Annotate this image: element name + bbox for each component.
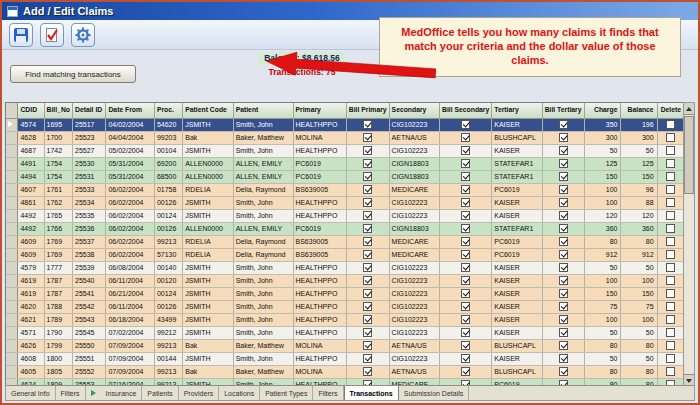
row-selector[interactable]: [6, 157, 18, 170]
column-header-cdid[interactable]: CDID: [18, 103, 44, 118]
tab-insurance[interactable]: Insurance: [101, 386, 143, 400]
row-selector[interactable]: [6, 352, 18, 365]
bill-tertiary-checkbox[interactable]: [559, 198, 568, 207]
table-row[interactable]: 462817002552304/04/200499203BakBaker, Ma…: [6, 131, 685, 144]
tab-patient-types[interactable]: Patient Types: [260, 386, 313, 400]
table-row[interactable]: 460917692553706/02/200499213RDELIADelia,…: [6, 235, 685, 248]
bill-tertiary-checkbox[interactable]: [559, 159, 568, 168]
delete-checkbox[interactable]: [666, 224, 675, 233]
row-selector[interactable]: [6, 196, 18, 209]
delete-checkbox[interactable]: [666, 315, 675, 324]
column-header-date-from[interactable]: Date From: [106, 103, 154, 118]
bill-primary-checkbox[interactable]: [363, 185, 372, 194]
bill-primary-checkbox[interactable]: [363, 302, 372, 311]
bill-secondary-checkbox[interactable]: [461, 354, 470, 363]
table-row[interactable]: 449217652553506/02/200400124JSMITHSmith,…: [6, 209, 685, 222]
bill-secondary-checkbox[interactable]: [461, 367, 470, 376]
delete-checkbox[interactable]: [666, 367, 675, 376]
bill-tertiary-checkbox[interactable]: [559, 224, 568, 233]
table-row[interactable]: 460917692553806/02/200457130RDELIADelia,…: [6, 248, 685, 261]
validate-button[interactable]: [40, 23, 64, 47]
bill-primary-checkbox[interactable]: [363, 250, 372, 259]
delete-checkbox[interactable]: [666, 263, 675, 272]
table-row[interactable]: 457117902554507/02/200499212JSMITHSmith,…: [6, 326, 685, 339]
table-row[interactable]: 460518052555207/09/200499213BakBaker, Ma…: [6, 365, 685, 378]
column-header-secondary[interactable]: Secondary: [389, 103, 439, 118]
bill-secondary-checkbox[interactable]: [461, 146, 470, 155]
table-row[interactable]: 449217662553606/02/200400126ALLEN0000ALL…: [6, 222, 685, 235]
table-row[interactable]: 461917872554006/11/200400120JSMITHSmith,…: [6, 274, 685, 287]
column-header-proc[interactable]: Proc.: [154, 103, 182, 118]
tab-general-info[interactable]: General Info: [6, 386, 56, 400]
row-selector[interactable]: [6, 222, 18, 235]
scrollbar-thumb[interactable]: [684, 116, 694, 194]
column-header-charge[interactable]: Charge: [584, 103, 621, 118]
row-selector[interactable]: [6, 235, 18, 248]
delete-checkbox[interactable]: [666, 289, 675, 298]
row-selector[interactable]: [6, 118, 18, 131]
row-selector[interactable]: [6, 300, 18, 313]
bill-secondary-checkbox[interactable]: [461, 172, 470, 181]
row-selector[interactable]: [6, 209, 18, 222]
bill-primary-checkbox[interactable]: [363, 120, 372, 129]
bill-tertiary-checkbox[interactable]: [559, 146, 568, 155]
bill-tertiary-checkbox[interactable]: [559, 367, 568, 376]
column-header-balance[interactable]: Balance: [621, 103, 657, 118]
delete-checkbox[interactable]: [666, 250, 675, 259]
save-button[interactable]: [9, 23, 33, 47]
bill-primary-checkbox[interactable]: [363, 198, 372, 207]
bill-tertiary-checkbox[interactable]: [559, 315, 568, 324]
table-row[interactable]: 486117622553406/02/200400126JSMITHSmith,…: [6, 196, 685, 209]
bill-primary-checkbox[interactable]: [363, 328, 372, 337]
column-header-patient-code[interactable]: Patient Code: [183, 103, 233, 118]
bill-secondary-checkbox[interactable]: [461, 289, 470, 298]
bill-secondary-checkbox[interactable]: [461, 263, 470, 272]
bill-secondary-checkbox[interactable]: [461, 198, 470, 207]
bill-secondary-checkbox[interactable]: [461, 211, 470, 220]
table-row[interactable]: 462017882554206/11/200400126JSMITHSmith,…: [6, 300, 685, 313]
bill-primary-checkbox[interactable]: [363, 315, 372, 324]
delete-checkbox[interactable]: [666, 276, 675, 285]
bill-primary-checkbox[interactable]: [363, 159, 372, 168]
bill-secondary-checkbox[interactable]: [461, 276, 470, 285]
tab-providers[interactable]: Providers: [179, 386, 220, 400]
delete-checkbox[interactable]: [666, 159, 675, 168]
row-selector[interactable]: [6, 170, 18, 183]
bill-primary-checkbox[interactable]: [363, 263, 372, 272]
row-selector[interactable]: [6, 261, 18, 274]
settings-button[interactable]: [71, 23, 95, 47]
column-header-primary[interactable]: Primary: [293, 103, 346, 118]
delete-checkbox[interactable]: [666, 172, 675, 181]
row-selector[interactable]: [6, 287, 18, 300]
table-row[interactable]: 462617992555007/09/200499213BakBaker, Ma…: [6, 339, 685, 352]
bill-secondary-checkbox[interactable]: [461, 250, 470, 259]
bill-primary-checkbox[interactable]: [363, 211, 372, 220]
row-selector[interactable]: [6, 183, 18, 196]
row-selector[interactable]: [6, 339, 18, 352]
table-row[interactable]: 457917772553906/08/200400140JSMITHSmith,…: [6, 261, 685, 274]
row-selector[interactable]: [6, 326, 18, 339]
bill-tertiary-checkbox[interactable]: [559, 172, 568, 181]
bill-secondary-checkbox[interactable]: [461, 224, 470, 233]
tab-patients[interactable]: Patients: [142, 386, 178, 400]
table-row[interactable]: 461917872554106/21/200400124JSMITHSmith,…: [6, 287, 685, 300]
table-row[interactable]: 468717422552705/02/200400104JSMITHSmith,…: [6, 144, 685, 157]
table-row[interactable]: 449417542553105/31/200468500ALLEN0000ALL…: [6, 170, 685, 183]
bill-primary-checkbox[interactable]: [363, 354, 372, 363]
tab-filters[interactable]: Filters: [313, 386, 343, 400]
table-row[interactable]: 449117542553005/31/200469200ALLEN0000ALL…: [6, 157, 685, 170]
bill-tertiary-checkbox[interactable]: [559, 250, 568, 259]
delete-checkbox[interactable]: [666, 146, 675, 155]
table-row[interactable]: 462117892554306/18/200443499JSMITHSmith,…: [6, 313, 685, 326]
bill-secondary-checkbox[interactable]: [461, 328, 470, 337]
bill-tertiary-checkbox[interactable]: [559, 263, 568, 272]
bill-primary-checkbox[interactable]: [363, 367, 372, 376]
column-header-bill-primary[interactable]: Bill Primary: [346, 103, 389, 118]
column-header-bill-no[interactable]: Bill_No: [44, 103, 72, 118]
column-header-tertiary[interactable]: Tertiary: [492, 103, 542, 118]
row-selector[interactable]: [6, 274, 18, 287]
bill-primary-checkbox[interactable]: [363, 237, 372, 246]
column-header-bill-tertiary[interactable]: Bill Tertiary: [542, 103, 584, 118]
vertical-scrollbar[interactable]: [683, 102, 695, 387]
scroll-up-button[interactable]: [684, 103, 694, 115]
